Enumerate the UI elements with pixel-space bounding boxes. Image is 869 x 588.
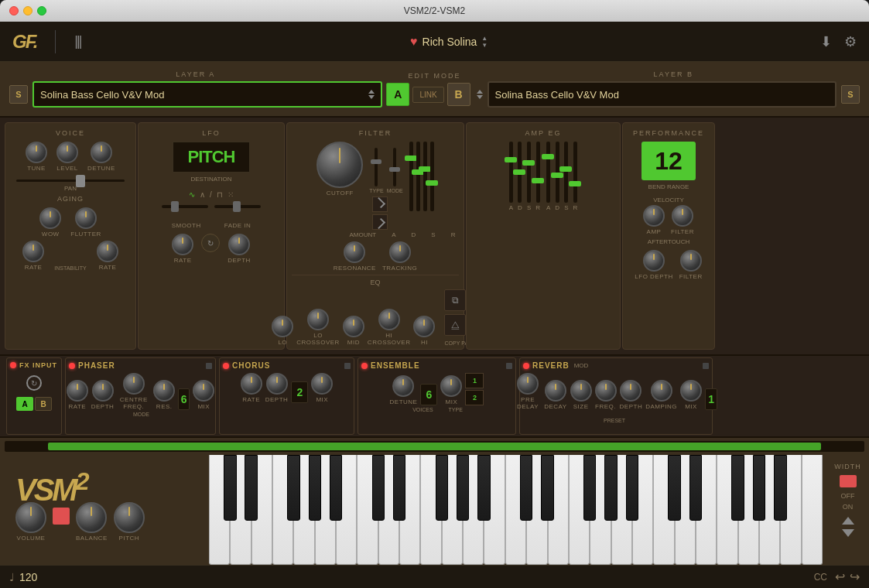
black-key-0-5[interactable] [309, 455, 321, 521]
fx-sync-button[interactable]: ↻ [26, 375, 42, 391]
wave-sawtooth[interactable]: / [210, 190, 212, 199]
minimize-button[interactable] [23, 6, 33, 15]
wave-random[interactable]: ⁙ [228, 190, 234, 199]
lfo-depth-knob[interactable] [228, 234, 250, 255]
edit-mode-b-button[interactable]: B [447, 83, 470, 106]
fx-input-a-button[interactable]: A [16, 397, 33, 411]
black-key-3-6[interactable] [774, 455, 786, 521]
next-preset-button[interactable]: ▼ [481, 42, 491, 48]
reverb-preset-value[interactable]: 1 [705, 388, 717, 410]
black-key-1-6[interactable] [477, 455, 490, 521]
black-key-1-5[interactable] [457, 455, 469, 521]
edit-mode-down[interactable] [477, 95, 483, 99]
edit-mode-up[interactable] [477, 90, 483, 94]
filter-type-btn-2[interactable] [372, 214, 388, 230]
close-button[interactable] [9, 6, 19, 15]
black-key-3-2[interactable] [689, 455, 702, 521]
reverb-depth-knob[interactable] [620, 380, 641, 402]
black-key-0-6[interactable] [330, 455, 342, 521]
black-key-1-2[interactable] [393, 455, 405, 521]
chorus-led[interactable] [223, 363, 229, 369]
amp-eg-s2-thumb[interactable] [559, 166, 572, 172]
keyboard-range-indicator[interactable] [48, 443, 822, 450]
balance-knob[interactable] [76, 502, 107, 533]
filter-type-btn-1[interactable] [372, 197, 388, 212]
wave-sine[interactable]: ∿ [189, 190, 195, 199]
reverb-collapse-btn[interactable] [703, 363, 709, 369]
phaser-depth-knob[interactable] [92, 380, 114, 402]
black-key-3-5[interactable] [753, 455, 765, 521]
download-button[interactable]: ⬇ [820, 33, 832, 50]
wow-knob[interactable] [39, 207, 61, 229]
ensemble-mix-knob[interactable] [440, 375, 462, 397]
black-key-2-4[interactable] [583, 455, 596, 521]
black-key-2-5[interactable] [604, 455, 617, 521]
layer-a-next-patch[interactable] [368, 95, 375, 99]
chorus-mix-knob[interactable] [311, 373, 333, 395]
phaser-res-knob[interactable] [153, 380, 175, 402]
amp-eg-a-thumb[interactable] [505, 157, 517, 162]
paste-button[interactable]: ⧋ [444, 314, 466, 336]
edit-mode-a-button[interactable]: A [386, 83, 409, 106]
lfo-destination-display[interactable]: PITCH [173, 142, 250, 173]
link-button[interactable]: LINK [412, 87, 443, 103]
keyboard-range-bar[interactable] [5, 441, 864, 452]
lfo-sync-button[interactable]: ↻ [201, 234, 220, 252]
chorus-mode-value[interactable]: 2 [291, 381, 308, 403]
amp-eg-r2-thumb[interactable] [569, 181, 581, 186]
phaser-collapse-btn[interactable] [206, 363, 212, 369]
filter-slider-1-thumb[interactable] [405, 156, 417, 161]
chorus-depth-knob[interactable] [266, 373, 288, 395]
eq-hi-crossover-knob[interactable] [378, 309, 400, 330]
library-icon[interactable]: ||| [74, 33, 80, 50]
amp-eg-a2-thumb[interactable] [542, 154, 554, 159]
cutoff-knob[interactable] [316, 142, 363, 188]
settings-button[interactable]: ⚙ [844, 33, 857, 50]
aftertouch-filter-knob[interactable] [680, 250, 702, 272]
black-key-2-2[interactable] [541, 455, 553, 521]
lfo-smooth-knob[interactable] [172, 234, 193, 255]
phaser-centre-knob[interactable] [123, 373, 145, 395]
favorite-icon[interactable]: ♥ [410, 35, 418, 49]
width-arrow-up[interactable] [842, 517, 854, 525]
layer-a-prev-patch[interactable] [368, 90, 375, 94]
resonance-knob[interactable] [344, 241, 365, 263]
wave-triangle[interactable]: ∧ [200, 190, 205, 199]
volume-red-square[interactable] [53, 508, 70, 525]
ensemble-type-2-btn[interactable]: 2 [465, 390, 484, 405]
phaser-led[interactable] [69, 363, 75, 369]
black-key-3-1[interactable] [668, 455, 680, 521]
black-key-0-1[interactable] [224, 455, 236, 521]
type-slider-thumb[interactable] [371, 159, 381, 164]
reverb-decay-knob[interactable] [545, 380, 566, 402]
reverb-mix-knob[interactable] [680, 380, 702, 402]
black-key-0-2[interactable] [245, 455, 257, 521]
black-key-2-6[interactable] [626, 455, 638, 521]
eq-mid-knob[interactable] [343, 316, 364, 337]
chorus-rate-knob[interactable] [241, 373, 262, 395]
phaser-rate-knob[interactable] [67, 380, 88, 402]
ensemble-detune-knob[interactable] [392, 375, 414, 397]
copy-button[interactable]: ⧉ [444, 289, 466, 311]
reverb-damping-knob[interactable] [651, 380, 672, 402]
eq-lo-crossover-knob[interactable] [307, 309, 329, 330]
layer-b-patch-selector[interactable]: Solina Bass Cello V&V Mod [488, 81, 837, 108]
black-key-2-1[interactable] [520, 455, 532, 521]
phaser-mode-value[interactable]: 6 [178, 388, 190, 410]
black-key-1-4[interactable] [436, 455, 448, 521]
chorus-collapse-btn[interactable] [344, 363, 351, 369]
mode-slider-thumb[interactable] [389, 167, 400, 172]
width-button[interactable] [840, 475, 857, 487]
wave-square[interactable]: ⊓ [217, 190, 223, 199]
layer-b-solo-button[interactable]: S [841, 85, 860, 104]
level-knob[interactable] [56, 142, 78, 163]
black-key-3-4[interactable] [731, 455, 744, 521]
velocity-amp-knob[interactable] [643, 205, 665, 227]
layer-a-solo-button[interactable]: S [9, 85, 28, 104]
layer-a-patch-arrows[interactable] [368, 90, 375, 99]
lfo-rate-thumb[interactable] [171, 201, 179, 212]
reverb-led[interactable] [523, 363, 529, 369]
amp-eg-r-thumb[interactable] [532, 178, 544, 183]
black-key-1-1[interactable] [372, 455, 385, 521]
ensemble-led[interactable] [361, 363, 368, 369]
